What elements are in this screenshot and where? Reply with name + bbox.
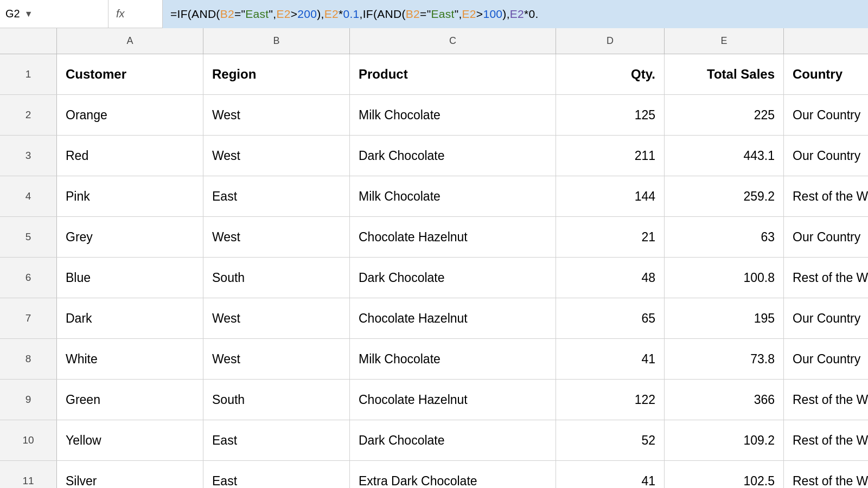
row-num-6: 6 xyxy=(0,258,57,298)
cell-country-3[interactable]: Our Country xyxy=(784,217,868,257)
cell-qty-1[interactable]: 211 xyxy=(556,136,665,176)
col-header-e[interactable]: E xyxy=(665,28,784,54)
table-row: 10 Yellow East Dark Chocolate 52 109.2 R… xyxy=(0,420,868,461)
cell-totalsales-2[interactable]: 259.2 xyxy=(665,176,784,216)
table-row: 8 White West Milk Chocolate 41 73.8 Our … xyxy=(0,339,868,380)
cell-region-9[interactable]: East xyxy=(203,461,350,488)
cell-product-5[interactable]: Chocolate Hazelnut xyxy=(350,298,556,338)
row-num-1: 1 xyxy=(0,54,57,94)
cell-region-6[interactable]: West xyxy=(203,339,350,379)
cell-qty-9[interactable]: 41 xyxy=(556,461,665,488)
cell-product-1[interactable]: Dark Chocolate xyxy=(350,136,556,176)
cell-customer-9[interactable]: Silver xyxy=(57,461,203,488)
cell-product-3[interactable]: Chocolate Hazelnut xyxy=(350,217,556,257)
cell-product-9[interactable]: Extra Dark Chocolate xyxy=(350,461,556,488)
cell-region-4[interactable]: South xyxy=(203,258,350,298)
table-row: 3 Red West Dark Chocolate 211 443.1 Our … xyxy=(0,136,868,176)
col-header-d[interactable]: D xyxy=(556,28,665,54)
fx-label: fx xyxy=(108,0,163,28)
formula-input[interactable]: =IF(AND(B2="East",E2>200),E2*0.1,IF(AND(… xyxy=(163,0,868,28)
cell-country-9[interactable]: Rest of the World xyxy=(784,461,868,488)
cell-product-6[interactable]: Milk Chocolate xyxy=(350,339,556,379)
cell-region-3[interactable]: West xyxy=(203,217,350,257)
cell-region-2[interactable]: East xyxy=(203,176,350,216)
cell-country-6[interactable]: Our Country xyxy=(784,339,868,379)
cell-region-8[interactable]: East xyxy=(203,420,350,460)
row-num-10: 10 xyxy=(0,420,57,460)
header-product[interactable]: Product xyxy=(350,54,556,94)
table-body: 2 Orange West Milk Chocolate 125 225 Our… xyxy=(0,95,868,488)
cell-country-8[interactable]: Rest of the World xyxy=(784,420,868,460)
header-total-sales[interactable]: Total Sales xyxy=(665,54,784,94)
cell-totalsales-0[interactable]: 225 xyxy=(665,95,784,135)
row-num-5: 5 xyxy=(0,217,57,257)
cell-totalsales-5[interactable]: 195 xyxy=(665,298,784,338)
cell-country-2[interactable]: Rest of the World xyxy=(784,176,868,216)
cell-region-1[interactable]: West xyxy=(203,136,350,176)
table-row: 11 Silver East Extra Dark Chocolate 41 1… xyxy=(0,461,868,488)
dropdown-icon[interactable]: ▼ xyxy=(24,9,33,19)
cell-country-5[interactable]: Our Country xyxy=(784,298,868,338)
cell-totalsales-6[interactable]: 73.8 xyxy=(665,339,784,379)
cell-customer-3[interactable]: Grey xyxy=(57,217,203,257)
cell-totalsales-3[interactable]: 63 xyxy=(665,217,784,257)
table-row: 9 Green South Chocolate Hazelnut 122 366… xyxy=(0,380,868,420)
cell-country-4[interactable]: Rest of the World xyxy=(784,258,868,298)
row-num-4: 4 xyxy=(0,176,57,216)
cell-product-0[interactable]: Milk Chocolate xyxy=(350,95,556,135)
cell-totalsales-4[interactable]: 100.8 xyxy=(665,258,784,298)
cell-reference-box[interactable]: G2 ▼ xyxy=(0,0,108,28)
cell-product-4[interactable]: Dark Chocolate xyxy=(350,258,556,298)
table-header-row: 1 Customer Region Product Qty. Total Sal… xyxy=(0,54,868,95)
table-row: 5 Grey West Chocolate Hazelnut 21 63 Our… xyxy=(0,217,868,258)
formula-bar: G2 ▼ fx =IF(AND(B2="East",E2>200),E2*0.1… xyxy=(0,0,868,28)
row-num-2: 2 xyxy=(0,95,57,135)
cell-customer-6[interactable]: White xyxy=(57,339,203,379)
cell-customer-8[interactable]: Yellow xyxy=(57,420,203,460)
cell-qty-0[interactable]: 125 xyxy=(556,95,665,135)
column-headers: A B C D E F G xyxy=(0,28,868,54)
header-region[interactable]: Region xyxy=(203,54,350,94)
cell-totalsales-9[interactable]: 102.5 xyxy=(665,461,784,488)
cell-country-7[interactable]: Rest of the World xyxy=(784,380,868,420)
row-num-11: 11 xyxy=(0,461,57,488)
cell-ref-text: G2 xyxy=(5,8,20,20)
cell-product-2[interactable]: Milk Chocolate xyxy=(350,176,556,216)
header-qty[interactable]: Qty. xyxy=(556,54,665,94)
col-header-f[interactable]: F xyxy=(784,28,868,54)
cell-country-1[interactable]: Our Country xyxy=(784,136,868,176)
cell-customer-7[interactable]: Green xyxy=(57,380,203,420)
table-row: 4 Pink East Milk Chocolate 144 259.2 Res… xyxy=(0,176,868,217)
cell-qty-8[interactable]: 52 xyxy=(556,420,665,460)
cell-customer-2[interactable]: Pink xyxy=(57,176,203,216)
header-customer[interactable]: Customer xyxy=(57,54,203,94)
col-header-c[interactable]: C xyxy=(350,28,556,54)
cell-country-0[interactable]: Our Country xyxy=(784,95,868,135)
cell-customer-5[interactable]: Dark xyxy=(57,298,203,338)
cell-customer-1[interactable]: Red xyxy=(57,136,203,176)
cell-qty-4[interactable]: 48 xyxy=(556,258,665,298)
row-num-3: 3 xyxy=(0,136,57,176)
row-num-9: 9 xyxy=(0,380,57,420)
cell-product-8[interactable]: Dark Chocolate xyxy=(350,420,556,460)
cell-totalsales-1[interactable]: 443.1 xyxy=(665,136,784,176)
cell-product-7[interactable]: Chocolate Hazelnut xyxy=(350,380,556,420)
cell-qty-2[interactable]: 144 xyxy=(556,176,665,216)
col-header-b[interactable]: B xyxy=(203,28,350,54)
cell-qty-3[interactable]: 21 xyxy=(556,217,665,257)
row-num-header xyxy=(0,28,57,54)
cell-customer-4[interactable]: Blue xyxy=(57,258,203,298)
cell-qty-5[interactable]: 65 xyxy=(556,298,665,338)
col-header-a[interactable]: A xyxy=(57,28,203,54)
cell-region-5[interactable]: West xyxy=(203,298,350,338)
row-num-7: 7 xyxy=(0,298,57,338)
cell-region-0[interactable]: West xyxy=(203,95,350,135)
cell-totalsales-7[interactable]: 366 xyxy=(665,380,784,420)
cell-qty-6[interactable]: 41 xyxy=(556,339,665,379)
header-country[interactable]: Country xyxy=(784,54,868,94)
cell-qty-7[interactable]: 122 xyxy=(556,380,665,420)
cell-totalsales-8[interactable]: 109.2 xyxy=(665,420,784,460)
table-row: 2 Orange West Milk Chocolate 125 225 Our… xyxy=(0,95,868,136)
cell-region-7[interactable]: South xyxy=(203,380,350,420)
cell-customer-0[interactable]: Orange xyxy=(57,95,203,135)
